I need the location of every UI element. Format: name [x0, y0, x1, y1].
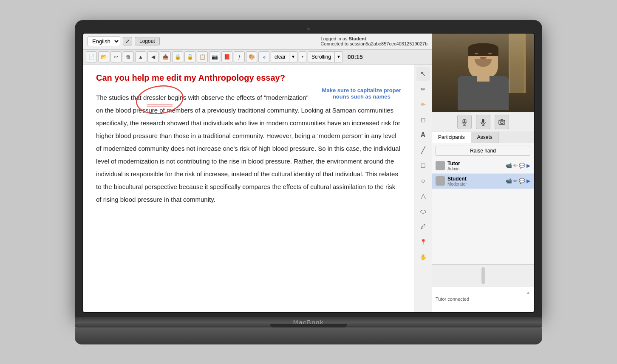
scrolling-button[interactable]: Scrolling	[308, 51, 335, 62]
main-content: English ⤢ Logout Logged in as Student Co…	[83, 34, 432, 312]
laptop-base: MacBook	[75, 317, 542, 327]
right-tool-panel: ↖ ✏ ✏ ◻ A ╱ □ ○ △ ⬭ 🖊 📍 ✋	[414, 65, 432, 312]
text-tool-button[interactable]: A	[416, 128, 430, 142]
capture-button[interactable]: 📷	[209, 51, 220, 62]
import-button[interactable]: 📋	[197, 51, 208, 62]
back-button[interactable]: ◀	[147, 51, 158, 62]
participant-student: Student Moderator 📹 ✏ 💬 ▶	[432, 174, 534, 189]
highlight-tool-button[interactable]: ✏	[416, 98, 430, 111]
redo-button[interactable]: ↩	[110, 51, 122, 62]
tutor-chat-icon[interactable]: 💬	[519, 163, 525, 169]
screen: English ⤢ Logout Logged in as Student Co…	[82, 33, 535, 313]
student-edit-icon[interactable]: ✏	[513, 178, 518, 184]
mic-active-button[interactable]	[476, 115, 490, 129]
student-info: Student Moderator	[447, 176, 506, 186]
webcam-dot	[307, 28, 310, 30]
student-arrow-icon[interactable]: ▶	[526, 178, 530, 184]
delete-button[interactable]: 🗑	[123, 51, 134, 62]
small-tool-button[interactable]: ▪	[299, 51, 306, 62]
circle-tool-button[interactable]: ○	[416, 174, 430, 188]
webcam-controls	[432, 112, 534, 132]
document-area: Can you help me edit my Anthropology ess…	[83, 65, 432, 312]
mic-muted-button[interactable]	[457, 115, 472, 129]
laptop-bottom-bar	[75, 327, 542, 344]
student-chat-icon[interactable]: 💬	[519, 178, 525, 184]
top-bar: English ⤢ Logout Logged in as Student Co…	[83, 34, 432, 50]
scrolling-dropdown: Scrolling ▼	[308, 51, 343, 62]
tutor-avatar-icon	[437, 162, 444, 169]
pencil-tool-button[interactable]: ✏	[416, 82, 430, 96]
eraser-tool-button[interactable]: ◻	[416, 113, 430, 127]
participant-tutor: Tutor Admin 📹 ✏ 💬 ▶	[432, 158, 534, 174]
triangle-tool-button[interactable]: △	[416, 189, 430, 203]
tutor-info: Tutor Admin	[447, 161, 506, 171]
webcam-video	[432, 34, 534, 112]
expand-button[interactable]: ⤢	[123, 37, 132, 45]
ellipse-tool-button[interactable]: ⬭	[416, 205, 430, 218]
tutor-role: Admin	[447, 166, 506, 171]
chat-message: Tutor connected	[436, 296, 530, 302]
clear-dropdown: clear ▼	[271, 51, 297, 62]
chat-scroll-up: ▲	[436, 290, 530, 295]
rect-tool-button[interactable]: □	[416, 159, 430, 172]
tutor-video-icon[interactable]: 📹	[506, 163, 512, 169]
camera-icon	[498, 118, 506, 126]
svg-point-13	[439, 178, 442, 182]
tutor-avatar	[436, 161, 445, 170]
svg-point-12	[439, 163, 442, 166]
document-body: The studies that dressler begins with ob…	[96, 91, 401, 206]
language-select[interactable]: English	[88, 37, 120, 46]
document-title: Can you help me edit my Anthropology ess…	[96, 73, 401, 83]
chat-area[interactable]: ▲ Tutor connected	[432, 287, 534, 312]
toolbar: 📄 📂 ↩ 🗑 ▲ ◀ 📤 🔒 🔓 📋 📷 📕 ƒ 🎨 ⬦	[83, 50, 432, 65]
raise-hand-button[interactable]: Raise hand	[436, 146, 530, 156]
formula-button[interactable]: ƒ	[234, 51, 245, 62]
color-button[interactable]: 🎨	[246, 51, 257, 62]
pin-tool-button[interactable]: 📍	[416, 235, 430, 249]
tab-assets[interactable]: Assets	[471, 132, 499, 143]
document-text-wrapper: Make sure to capitalize proper nouns suc…	[96, 91, 401, 206]
line-tool-button[interactable]: ╱	[416, 144, 430, 157]
svg-rect-4	[464, 119, 465, 123]
lock-button[interactable]: 🔒	[172, 51, 183, 62]
stamp-tool-button[interactable]: 🖊	[416, 220, 430, 234]
participant-list: Tutor Admin 📹 ✏ 💬 ▶	[432, 158, 534, 264]
chat-scroll-icon[interactable]: ▲	[526, 290, 530, 295]
open-button[interactable]: 📂	[98, 51, 109, 62]
hand-tool-button[interactable]: ✋	[416, 251, 430, 264]
mic-muted-icon	[461, 118, 468, 126]
pointer-button[interactable]: ⬦	[258, 51, 269, 62]
student-video-icon[interactable]: 📹	[506, 178, 512, 184]
tutor-edit-icon[interactable]: ✏	[513, 163, 518, 169]
tutor-controls: 📹 ✏ 💬 ▶	[506, 163, 530, 169]
document-content[interactable]: Can you help me edit my Anthropology ess…	[83, 65, 414, 312]
session-info: Logged in as Student Connected to sessio…	[321, 36, 427, 46]
clear-arrow-button[interactable]: ▼	[289, 51, 297, 62]
logged-in-label: Logged in as	[321, 36, 348, 41]
shape-button[interactable]: ▲	[135, 51, 146, 62]
student-name: Student	[447, 176, 506, 182]
tab-participants[interactable]: Participants	[432, 132, 471, 143]
unlock-button[interactable]: 🔓	[184, 51, 195, 62]
svg-rect-7	[482, 119, 484, 123]
logout-button[interactable]: Logout	[135, 37, 160, 45]
student-avatar-icon	[437, 178, 444, 184]
clear-button[interactable]: clear	[271, 51, 289, 62]
tutor-name: Tutor	[447, 161, 506, 166]
scrollbar-area	[432, 264, 534, 287]
student-role: Moderator	[447, 182, 506, 186]
top-bar-left: English ⤢ Logout	[88, 37, 160, 46]
cursor-tool-button[interactable]: ↖	[416, 67, 430, 81]
connected-label: Connected to	[321, 41, 348, 46]
camera-button[interactable]	[495, 115, 509, 129]
upload-button[interactable]: 📤	[160, 51, 171, 62]
laptop-frame: English ⤢ Logout Logged in as Student Co…	[75, 20, 542, 317]
pdf-button[interactable]: 📕	[221, 51, 232, 62]
mic-active-icon	[479, 118, 487, 126]
scrolling-arrow-button[interactable]: ▼	[335, 51, 343, 62]
scrollbar-thumb[interactable]	[481, 267, 485, 284]
tutor-arrow-icon[interactable]: ▶	[526, 163, 530, 169]
session-id: session5a2abe857cec40312519027b	[350, 41, 427, 46]
new-doc-button[interactable]: 📄	[86, 51, 97, 62]
laptop: English ⤢ Logout Logged in as Student Co…	[75, 20, 542, 344]
